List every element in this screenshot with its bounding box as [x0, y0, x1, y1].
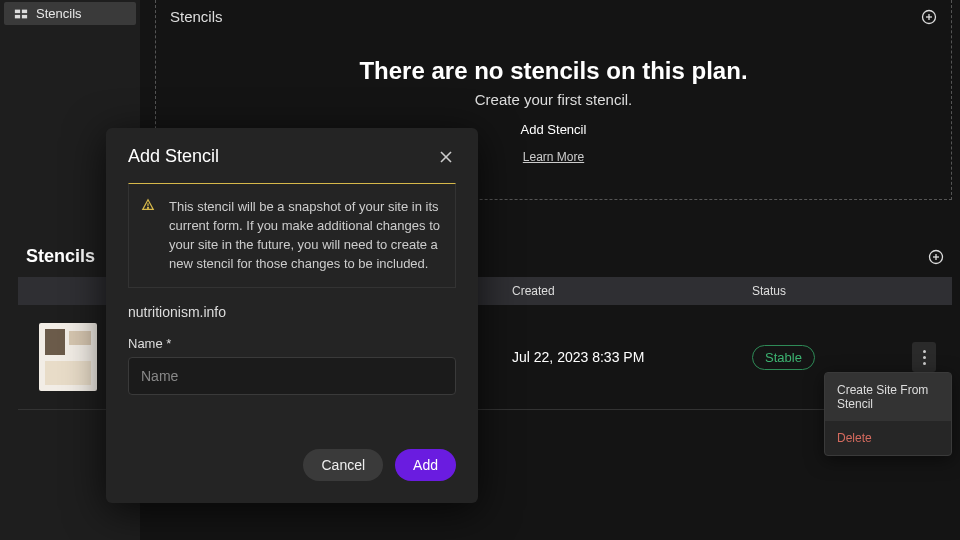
stencils-icon — [14, 7, 28, 21]
col-status-header: Status — [752, 284, 912, 298]
menu-delete[interactable]: Delete — [825, 421, 951, 455]
stencil-thumbnail — [39, 323, 97, 391]
add-stencil-icon-button[interactable] — [921, 9, 937, 25]
status-badge: Stable — [752, 345, 815, 370]
learn-more-link[interactable]: Learn More — [523, 150, 584, 164]
empty-panel-header: Stencils — [156, 0, 951, 33]
sidebar-item-stencils[interactable]: Stencils — [4, 2, 136, 25]
table-title: Stencils — [26, 246, 95, 267]
svg-rect-1 — [22, 9, 27, 13]
svg-rect-2 — [15, 14, 20, 18]
modal-warning-alert: This stencil will be a snapshot of your … — [128, 183, 456, 288]
empty-panel-title: Stencils — [170, 8, 223, 25]
empty-state-subline: Create your first stencil. — [156, 91, 951, 108]
modal-site-label: nutritionism.info — [128, 304, 456, 320]
modal-close-button[interactable] — [436, 147, 456, 167]
add-stencil-button[interactable] — [928, 249, 944, 265]
name-field-label: Name * — [128, 336, 456, 351]
row-actions-button[interactable] — [912, 342, 936, 372]
modal-warning-text: This stencil will be a snapshot of your … — [169, 199, 440, 271]
name-input[interactable] — [128, 357, 456, 395]
warning-icon — [141, 198, 155, 218]
sidebar-item-label: Stencils — [36, 6, 82, 21]
add-stencil-modal: Add Stencil This stencil will be a snaps… — [106, 128, 478, 503]
svg-rect-0 — [15, 9, 20, 13]
menu-create-site[interactable]: Create Site From Stencil — [825, 373, 951, 421]
modal-footer: Cancel Add — [128, 449, 456, 481]
stencil-created-cell: Jul 22, 2023 8:33 PM — [512, 349, 752, 365]
cancel-button[interactable]: Cancel — [303, 449, 383, 481]
svg-rect-3 — [22, 14, 27, 18]
empty-state-headline: There are no stencils on this plan. — [156, 57, 951, 85]
modal-header: Add Stencil — [128, 146, 456, 167]
svg-point-13 — [147, 207, 148, 208]
add-stencil-link[interactable]: Add Stencil — [521, 122, 587, 137]
col-created-header: Created — [512, 284, 752, 298]
add-button[interactable]: Add — [395, 449, 456, 481]
modal-title: Add Stencil — [128, 146, 219, 167]
row-actions-menu: Create Site From Stencil Delete — [824, 372, 952, 456]
